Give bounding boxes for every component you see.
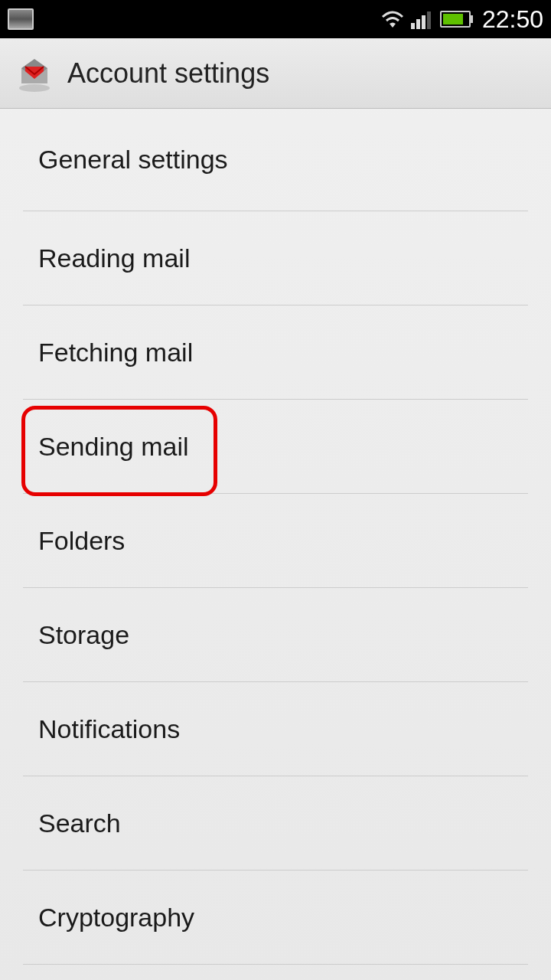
svg-point-4	[19, 84, 50, 92]
list-item-label: General settings	[38, 145, 228, 175]
list-item-label: Folders	[38, 526, 125, 556]
status-bar: 22:50	[0, 0, 551, 38]
list-item-cryptography[interactable]: Cryptography	[23, 871, 528, 965]
list-item-label: Search	[38, 808, 121, 838]
list-item-label: Cryptography	[38, 903, 194, 933]
page-title: Account settings	[67, 57, 269, 90]
svg-rect-1	[416, 19, 420, 29]
screenshot-icon	[8, 8, 34, 30]
list-item-notifications[interactable]: Notifications	[23, 682, 528, 776]
battery-icon	[440, 11, 473, 28]
svg-rect-2	[422, 15, 425, 29]
list-item-search[interactable]: Search	[23, 776, 528, 871]
app-icon	[14, 53, 55, 94]
cellular-signal-icon	[411, 9, 434, 29]
wifi-icon	[380, 9, 405, 29]
svg-rect-0	[411, 23, 415, 29]
list-item-folders[interactable]: Folders	[23, 494, 528, 588]
list-item-label: Storage	[38, 620, 129, 650]
list-item-storage[interactable]: Storage	[23, 588, 528, 682]
list-item-reading-mail[interactable]: Reading mail	[23, 211, 528, 305]
list-item-general-settings[interactable]: General settings	[23, 109, 528, 211]
clock: 22:50	[482, 5, 543, 34]
list-item-label: Sending mail	[38, 432, 189, 462]
status-left	[8, 8, 34, 30]
list-item-label: Notifications	[38, 714, 180, 744]
svg-rect-3	[427, 11, 431, 29]
list-item-label: Reading mail	[38, 243, 190, 273]
list-item-sending-mail[interactable]: Sending mail	[23, 400, 528, 494]
list-item-label: Fetching mail	[38, 338, 193, 368]
action-bar: Account settings	[0, 38, 551, 109]
list-item-fetching-mail[interactable]: Fetching mail	[23, 305, 528, 400]
settings-list: General settings Reading mail Fetching m…	[0, 109, 551, 965]
status-right: 22:50	[380, 5, 543, 34]
